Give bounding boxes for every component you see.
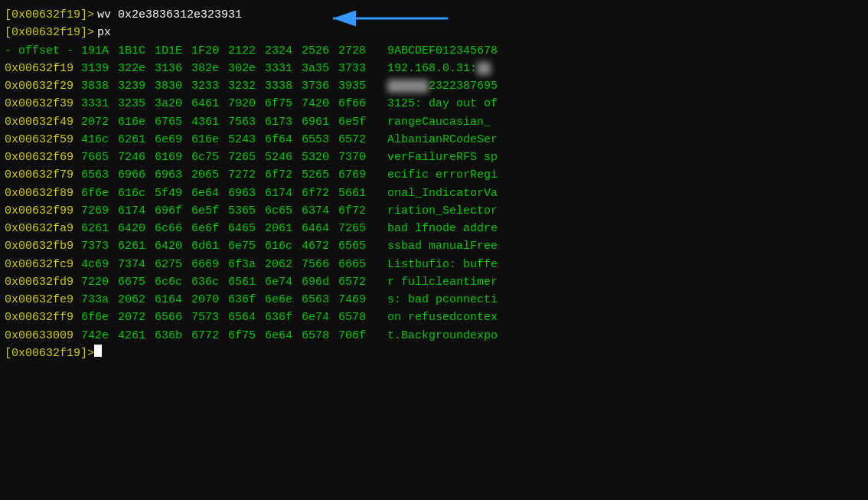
row-address: 0x00632fa9 (5, 220, 81, 237)
hex-cell: 2070 (191, 291, 228, 309)
table-row: 0x00632fa9626164206c666e6f64652061646472… (5, 220, 863, 237)
hex-cell: 7469 (338, 291, 375, 309)
ascii-cell: verFailureRFS sp (387, 149, 510, 166)
hex-cell: 6665 (338, 256, 375, 273)
hex-cell: 3136 (155, 60, 191, 77)
hex-cell: 7246 (118, 149, 155, 166)
hex-cell: 5365 (228, 202, 265, 220)
hex-cell: 6420 (118, 220, 155, 237)
hex-cell: 6f64 (265, 131, 302, 149)
hex-cell: 6f6e (81, 309, 118, 326)
hex-cell: 302e (228, 60, 265, 77)
hex-cell: 7370 (338, 149, 375, 166)
hex-cell: 7269 (81, 202, 118, 220)
hex-cell: 6f72 (265, 166, 302, 184)
ascii-cell: on refusedcontex (387, 309, 510, 326)
hex-cell: 3331 (265, 60, 302, 77)
hex-cell: 3338 (265, 77, 302, 95)
table-row: 0x00632f896f6e616c5f496e64696361746f7256… (5, 185, 863, 202)
ascii-cell: Listbufio: buffe (387, 256, 510, 273)
hex-cell: 6374 (302, 202, 338, 220)
hex-cell: 6d61 (191, 237, 228, 255)
hex-cell: 3331 (81, 95, 118, 113)
table-row: 0x00633009742e4261636b67726f756e64657870… (5, 327, 863, 345)
row-address: 0x00632fd9 (5, 273, 81, 291)
hex-cell: 6261 (81, 220, 118, 237)
hex-cell: 7563 (228, 113, 265, 131)
hex-cell: 6963 (155, 166, 191, 184)
header-col-2526: 2526 (302, 42, 338, 60)
hex-cell: 6572 (338, 273, 375, 291)
hex-cell: 696d (302, 273, 338, 291)
hex-cell: 6275 (155, 256, 191, 273)
hex-cell: 3830 (155, 77, 191, 95)
hex-cell: 6e6f (191, 220, 228, 237)
hex-cell: 6f3a (228, 256, 265, 273)
hex-cell: 4c69 (81, 256, 118, 273)
hex-cell: 3239 (118, 77, 155, 95)
hex-cell: 6e64 (191, 185, 228, 202)
hex-cell: 6c6c (155, 273, 191, 291)
hex-cell: 322e (118, 60, 155, 77)
hex-cell: 6173 (265, 113, 302, 131)
prompt-1: [0x00632f19]> (5, 6, 94, 24)
hex-cell: 6966 (118, 166, 155, 184)
ascii-cell: ssbad manualFree (387, 237, 510, 255)
table-row: 0x00632fe9733a206261642070636f6e6e656374… (5, 291, 863, 309)
row-address: 0x00632f59 (5, 131, 81, 149)
hex-cell: 7272 (228, 166, 265, 184)
hex-cell: 6174 (118, 202, 155, 220)
row-address: 0x00632ff9 (5, 309, 81, 326)
table-row: 0x00632fc94c697374627566696f3a2062756666… (5, 256, 863, 273)
px-command-line: [0x00632f19]> px (5, 24, 863, 41)
hex-cell: 6461 (191, 95, 228, 113)
hex-cell: 7573 (191, 309, 228, 326)
prompt-2: [0x00632f19]> (5, 24, 94, 41)
row-address: 0x00632fe9 (5, 291, 81, 309)
hex-cell: 6561 (228, 273, 265, 291)
hex-cell: 6578 (302, 327, 338, 345)
hex-cell: 616e (191, 131, 228, 149)
terminal: [0x00632f19]> wv 0x2e3836312e323931 [0x0… (0, 0, 868, 500)
row-address: 0x00632f89 (5, 185, 81, 202)
blurred-prefix: XXXXXX (387, 80, 429, 93)
table-row: 0x00632f79656369666963206572726f72526567… (5, 166, 863, 184)
hex-cell: 4672 (302, 237, 338, 255)
hex-cell: 2062 (118, 291, 155, 309)
ascii-cell: onal_IndicatorVa (387, 185, 510, 202)
ascii-cell: r fullcleantimer (387, 273, 510, 291)
table-row: 0x00632fd9722066756c6c636c65616e74696d65… (5, 273, 863, 291)
hex-cell: 3139 (81, 60, 118, 77)
header-row: - offset - 191A 1B1C 1D1E 1F20 2122 2324… (5, 42, 863, 60)
hex-cell: 7420 (302, 95, 338, 113)
hex-cell: 6e6e (265, 291, 302, 309)
hex-cell: 616e (118, 113, 155, 131)
hex-cell: 6563 (81, 166, 118, 184)
hex-cell: 6e75 (228, 237, 265, 255)
table-row: 0x00632f29383832393830323332323338373639… (5, 77, 863, 95)
table-row: 0x00632f492072616e676543617563617369616e… (5, 113, 863, 131)
wv-command-line: [0x00632f19]> wv 0x2e3836312e323931 (5, 6, 863, 24)
hex-cell: 5661 (338, 185, 375, 202)
hex-cell: 3838 (81, 77, 118, 95)
table-row: 0x00632fb97373626164206d616e75616c467265… (5, 237, 863, 255)
hex-cell: 6174 (265, 185, 302, 202)
hex-cell: 3733 (338, 60, 375, 77)
ascii-cell: riation_Selector (387, 202, 510, 220)
row-address: 0x00632f79 (5, 166, 81, 184)
hex-cell: 7374 (118, 256, 155, 273)
hex-cell: 7265 (338, 220, 375, 237)
hex-cell: 2065 (191, 166, 228, 184)
hex-cell: 6566 (155, 309, 191, 326)
table-row: 0x00632f9972696174696f6e5f53656c6563746f… (5, 202, 863, 220)
wv-command: wv 0x2e3836312e323931 (97, 6, 242, 24)
hex-cell: 5246 (265, 149, 302, 166)
hex-cell: 6565 (338, 237, 375, 255)
header-offset-label: - offset - (5, 42, 81, 60)
hex-cell: 3935 (338, 77, 375, 95)
hex-cell: 6169 (155, 149, 191, 166)
hex-cell: 6553 (302, 131, 338, 149)
row-address: 0x00632f49 (5, 113, 81, 131)
hex-cell: 7373 (81, 237, 118, 255)
hex-cell: 6e64 (265, 327, 302, 345)
